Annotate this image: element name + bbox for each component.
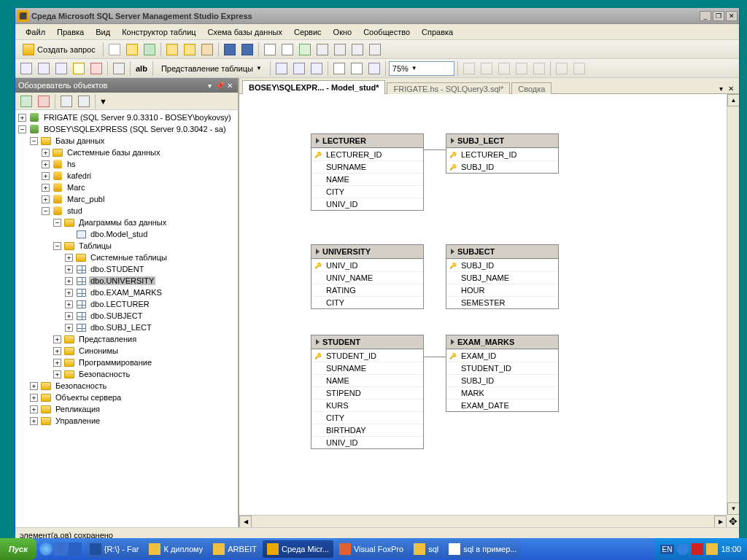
table-subject[interactable]: +dbo.SUBJECT: [15, 310, 238, 322]
ql-app-icon[interactable]: [69, 542, 82, 556]
tb-arrange-all-icon[interactable]: [309, 61, 325, 77]
security-node[interactable]: +Безопасность: [15, 380, 238, 392]
task-diplomu[interactable]: К диплому: [144, 540, 207, 558]
col[interactable]: HOUR: [446, 284, 558, 296]
tb-add-related-icon[interactable]: [53, 61, 69, 77]
tb-object-explorer-icon[interactable]: [332, 42, 348, 58]
db-stud[interactable]: −stud: [15, 205, 238, 217]
scroll-left-icon[interactable]: ◀: [239, 516, 252, 527]
menu-db-diagram[interactable]: Схема базы данных: [202, 26, 288, 38]
table-exam-marks-box[interactable]: EXAM_MARKS EXAM_ID STUDENT_ID SUBJ_ID MA…: [446, 335, 559, 412]
col[interactable]: CITY: [311, 185, 423, 198]
tb-group-icon[interactable]: [111, 61, 127, 77]
col[interactable]: UNIV_ID: [311, 436, 423, 448]
menu-tools[interactable]: Сервис: [288, 26, 328, 38]
scroll-right-icon[interactable]: ▶: [714, 516, 727, 527]
table-student[interactable]: +dbo.STUDENT: [15, 263, 238, 275]
tb-space-v-icon[interactable]: [571, 61, 587, 77]
table-header[interactable]: UNIVERSITY: [311, 245, 423, 259]
tb-align-center-icon[interactable]: [479, 61, 495, 77]
tb-relation-icon[interactable]: [18, 61, 34, 77]
col[interactable]: NAME: [311, 374, 423, 386]
views-node[interactable]: +Представления: [15, 333, 238, 345]
tb-delete-icon[interactable]: [88, 61, 104, 77]
server-node-frigate[interactable]: +FRIGATE (SQL Server 9.0.3310 - BOSEY\bo…: [15, 112, 238, 123]
db-kafedri[interactable]: +kafedri: [15, 170, 238, 182]
task-sql-examples[interactable]: sql в пример...: [444, 540, 521, 558]
panel-dropdown-icon[interactable]: ▾: [204, 80, 214, 90]
tb-autosize-icon[interactable]: [274, 61, 290, 77]
col[interactable]: BIRTHDAY: [311, 424, 423, 436]
tb-open-file-icon[interactable]: [182, 42, 198, 58]
task-sql[interactable]: sql: [409, 540, 443, 558]
col[interactable]: SUBJ_NAME: [446, 271, 558, 284]
table-header[interactable]: STUDENT: [311, 335, 423, 349]
maximize-button[interactable]: ❐: [713, 11, 724, 21]
col[interactable]: NAME: [311, 173, 423, 185]
col[interactable]: RATING: [311, 284, 423, 296]
col[interactable]: UNIV_ID: [311, 198, 423, 210]
col[interactable]: EXAM_DATE: [446, 399, 558, 411]
tb-save-all-icon[interactable]: [239, 42, 255, 58]
tb-script-icon[interactable]: [199, 42, 215, 58]
task-far[interactable]: {R:\} - Far: [85, 540, 144, 558]
disconnect-icon[interactable]: [36, 93, 52, 109]
tb-task-list-icon[interactable]: [297, 42, 313, 58]
table-header[interactable]: LECTURER: [311, 134, 423, 148]
filter-icon[interactable]: ▼: [98, 93, 108, 109]
db-marc[interactable]: +Marc: [15, 182, 238, 193]
tb-text-icon[interactable]: aIb: [133, 61, 150, 77]
table-header[interactable]: SUBJECT: [446, 245, 558, 259]
scroll-up-icon[interactable]: ▲: [727, 94, 739, 106]
relation-line[interactable]: [424, 357, 446, 357]
tb-open-icon[interactable]: [164, 42, 180, 58]
table-subject-box[interactable]: SUBJECT SUBJ_ID SUBJ_NAME HOUR SEMESTER: [446, 244, 559, 309]
pin-icon[interactable]: 📌: [214, 80, 225, 90]
table-header[interactable]: EXAM_MARKS: [446, 335, 558, 349]
diagram-resize-grip-icon[interactable]: ✥: [727, 515, 739, 527]
sysdb-node[interactable]: +Системные базы данных: [15, 147, 238, 158]
tb-add-table-icon[interactable]: [36, 61, 52, 77]
object-tree[interactable]: +FRIGATE (SQL Server 9.0.3310 - BOSEY\bo…: [15, 110, 238, 527]
relation-line[interactable]: [424, 149, 446, 150]
tb-new-analysis-icon[interactable]: [142, 42, 158, 58]
table-university[interactable]: +dbo.UNIVERSITY: [15, 275, 238, 287]
management-node[interactable]: +Управление: [15, 415, 238, 427]
tb-templates-icon[interactable]: [367, 42, 383, 58]
col[interactable]: STUDENT_ID: [311, 349, 423, 362]
tb-arrange-sel-icon[interactable]: [291, 61, 307, 77]
col[interactable]: LECTURER_ID: [311, 148, 423, 160]
stop-icon[interactable]: [58, 93, 74, 109]
programming-node[interactable]: +Программирование: [15, 357, 238, 368]
start-button[interactable]: Пуск: [0, 538, 36, 560]
tray-icon[interactable]: [706, 543, 718, 555]
connect-icon[interactable]: [18, 93, 34, 109]
col[interactable]: KURS: [311, 399, 423, 411]
active-files-icon[interactable]: ▾: [716, 83, 726, 93]
col[interactable]: STUDENT_ID: [446, 362, 558, 374]
synonyms-node[interactable]: +Синонимы: [15, 345, 238, 357]
table-exam-marks[interactable]: +dbo.EXAM_MARKS: [15, 287, 238, 298]
table-lecturer-box[interactable]: LECTURER LECTURER_ID SURNAME NAME CITY U…: [311, 133, 424, 211]
security-db-node[interactable]: +Безопасность: [15, 368, 238, 380]
menu-table-designer[interactable]: Конструктор таблиц: [116, 26, 201, 38]
tb-new-text-icon[interactable]: [331, 61, 347, 77]
close-panel-icon[interactable]: ✕: [225, 80, 235, 90]
menu-view[interactable]: Вид: [90, 26, 116, 38]
tb-paste-icon[interactable]: [279, 42, 295, 58]
tb-new-project-icon[interactable]: [124, 42, 140, 58]
tb-properties-icon[interactable]: [314, 42, 330, 58]
scroll-down-icon[interactable]: ▼: [727, 502, 739, 515]
col[interactable]: SURNAME: [311, 362, 423, 374]
tray-av-icon[interactable]: [692, 543, 703, 555]
tb-space-h-icon[interactable]: [554, 61, 570, 77]
ie-icon[interactable]: [39, 542, 53, 556]
minimize-button[interactable]: _: [700, 11, 711, 21]
table-subj-lect-box[interactable]: SUBJ_LECT LECTURER_ID SUBJ_ID: [446, 133, 559, 174]
task-ssms[interactable]: Среда Micr...: [263, 540, 333, 558]
server-objects-node[interactable]: +Объекты сервера: [15, 392, 238, 403]
col[interactable]: UNIV_NAME: [311, 271, 423, 284]
col[interactable]: LECTURER_ID: [446, 148, 558, 160]
tb-new-db-icon[interactable]: [107, 42, 123, 58]
col[interactable]: MARK: [446, 386, 558, 399]
